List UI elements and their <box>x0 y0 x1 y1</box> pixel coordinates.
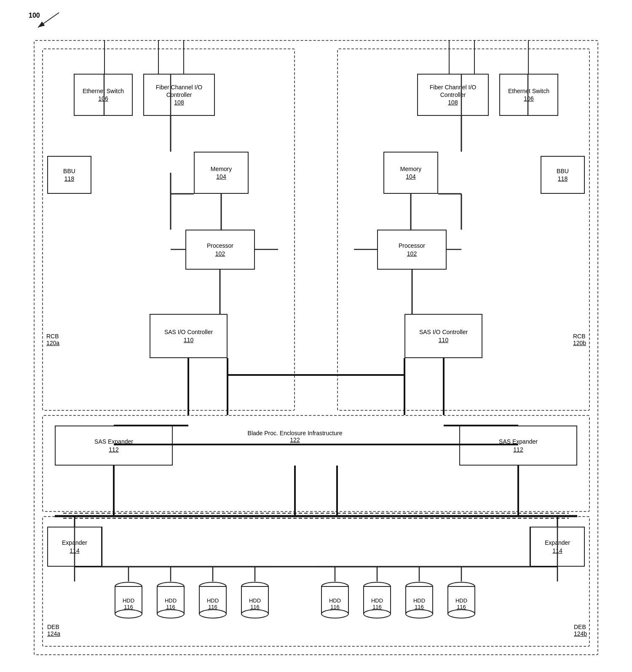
svg-text:HDD: HDD <box>249 597 261 604</box>
svg-line-0 <box>38 13 59 27</box>
expander-right: Expander 114 <box>530 527 585 567</box>
bbu-right: BBU 118 <box>541 156 585 194</box>
line-top-fc-left2 <box>183 40 184 74</box>
memory-right: Memory 104 <box>383 152 438 194</box>
hdd-5: HDD 116 <box>319 581 351 624</box>
ethernet-switch-left: Ethernet Switch 106 <box>74 74 133 116</box>
hdd-6: HDD 116 <box>362 581 393 624</box>
sas-expander-left: SAS Expander 112 <box>55 426 173 466</box>
svg-text:HDD: HDD <box>165 597 177 604</box>
rcb-a-label: RCB 120a <box>46 333 59 346</box>
svg-text:116: 116 <box>166 604 175 610</box>
hdd-7: HDD 116 <box>404 581 435 624</box>
fiber-channel-left: Fiber Channel I/O Controller 108 <box>143 74 215 116</box>
blade-proc-label: Blade Proc. Enclosure Infrastructure 122 <box>244 430 345 443</box>
hdd-2: HDD 116 <box>155 581 187 624</box>
deb-b-label: DEB 124b <box>574 624 587 637</box>
line-top-eth-left <box>104 40 105 74</box>
svg-text:116: 116 <box>457 604 466 610</box>
fiber-channel-right: Fiber Channel I/O Controller 108 <box>417 74 489 116</box>
svg-text:HDD: HDD <box>371 597 383 604</box>
svg-point-29 <box>364 610 391 618</box>
svg-point-9 <box>157 610 184 618</box>
svg-text:HDD: HDD <box>455 597 467 604</box>
svg-text:HDD: HDD <box>329 597 341 604</box>
line-top-fc-right1 <box>449 40 450 74</box>
ethernet-switch-right: Ethernet Switch 106 <box>499 74 558 116</box>
hdd-3: HDD 116 <box>197 581 229 624</box>
sas-expander-right: SAS Expander 112 <box>459 426 577 466</box>
svg-text:116: 116 <box>124 604 133 610</box>
hdd-1: HDD 116 <box>113 581 145 624</box>
svg-text:116: 116 <box>372 604 382 610</box>
memory-left: Memory 104 <box>194 152 249 194</box>
rcb-b-label: RCB 120b <box>573 333 586 346</box>
system-arrow <box>25 6 76 32</box>
svg-point-14 <box>199 610 226 618</box>
hdd-4: HDD 116 <box>239 581 271 624</box>
svg-text:116: 116 <box>330 604 340 610</box>
expander-left: Expander 114 <box>47 527 102 567</box>
deb-a-label: DEB 124a <box>47 624 60 637</box>
svg-text:116: 116 <box>415 604 424 610</box>
svg-point-24 <box>321 610 348 618</box>
bbu-left: BBU 118 <box>47 156 91 194</box>
svg-text:HDD: HDD <box>207 597 219 604</box>
svg-text:116: 116 <box>208 604 217 610</box>
processor-right: Processor 102 <box>377 230 447 270</box>
line-top-eth-right <box>528 40 529 74</box>
svg-point-4 <box>115 610 142 618</box>
svg-point-19 <box>241 610 268 618</box>
svg-point-34 <box>406 610 433 618</box>
hdd-8: HDD 116 <box>446 581 477 624</box>
processor-left: Processor 102 <box>185 230 255 270</box>
line-top-fc-left1 <box>158 40 159 74</box>
svg-text:HDD: HDD <box>123 597 134 604</box>
sas-io-left: SAS I/O Controller 110 <box>150 314 228 358</box>
svg-text:116: 116 <box>250 604 260 610</box>
sas-io-right: SAS I/O Controller 110 <box>404 314 482 358</box>
system-diagram: 100 Ethernet Switch 106 Fiber Channel I/… <box>0 0 632 672</box>
svg-point-39 <box>448 610 475 618</box>
line-top-fc-right2 <box>474 40 475 74</box>
svg-text:HDD: HDD <box>413 597 425 604</box>
